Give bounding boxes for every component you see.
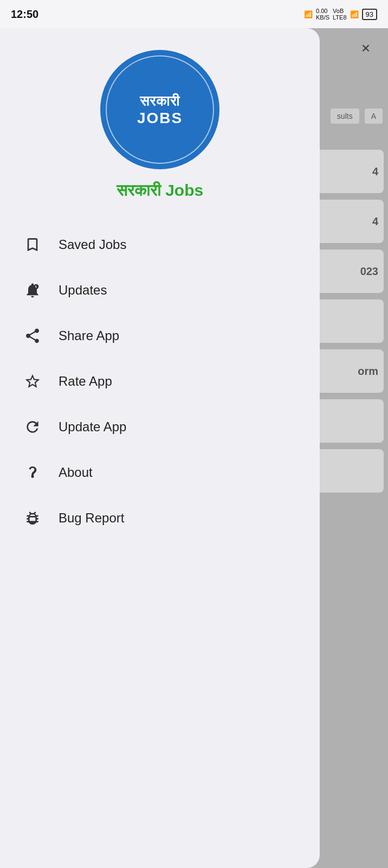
about-label: About	[59, 465, 93, 480]
app-title-hindi: सरकारी	[117, 181, 161, 199]
logo-text-hindi: सरकारी	[140, 93, 180, 110]
star-icon	[22, 371, 43, 392]
menu-item-bug-report[interactable]: Bug Report	[0, 495, 320, 541]
bg-card-4	[314, 299, 384, 343]
app-logo-circle: सरकारी JOBS	[100, 50, 219, 169]
question-icon	[22, 462, 43, 483]
bg-card-6	[314, 399, 384, 443]
bug-icon	[22, 507, 43, 529]
battery-icon: 93	[362, 9, 377, 20]
menu-item-saved-jobs[interactable]: Saved Jobs	[0, 222, 320, 267]
menu-item-updates[interactable]: Updates	[0, 267, 320, 313]
a-tab[interactable]: A	[365, 108, 383, 124]
bg-cards: 4 4 023 orm	[309, 141, 388, 503]
bg-card-3: 023	[314, 250, 384, 293]
close-button[interactable]: ×	[352, 35, 379, 62]
bell-icon	[22, 279, 43, 301]
bg-card-1: 4	[314, 150, 384, 193]
signal-strength: 📶	[350, 10, 359, 18]
logo-text-jobs: JOBS	[137, 110, 183, 127]
data-speed: 0.00KB/S	[316, 8, 329, 21]
updates-label: Updates	[59, 283, 107, 298]
rate-app-label: Rate App	[59, 374, 112, 389]
status-time: 12:50	[11, 8, 38, 21]
app-logo-inner: सरकारी JOBS	[106, 55, 214, 164]
results-tab[interactable]: sults	[331, 108, 359, 124]
menu-item-rate-app[interactable]: Rate App	[0, 359, 320, 404]
saved-jobs-label: Saved Jobs	[59, 237, 126, 252]
tab-row: sults A	[331, 108, 388, 124]
menu-item-share-app[interactable]: Share App	[0, 313, 320, 359]
menu-item-about[interactable]: About	[0, 450, 320, 495]
bg-card-5: orm	[314, 349, 384, 393]
app-logo-area: सरकारी JOBS सरकारी Jobs	[0, 44, 320, 216]
menu-item-update-app[interactable]: Update App	[0, 404, 320, 450]
bug-report-label: Bug Report	[59, 510, 124, 526]
refresh-icon	[22, 416, 43, 438]
status-bar: 12:50 📶 0.00KB/S VoBLTE8 📶 93	[0, 0, 388, 28]
app-title: सरकारी Jobs	[117, 181, 203, 200]
volte-icon: VoBLTE8	[333, 8, 346, 21]
close-icon: ×	[361, 40, 370, 57]
bluetooth-icon: 📶	[304, 10, 313, 18]
app-title-jobs: Jobs	[165, 181, 203, 199]
svg-point-0	[34, 284, 38, 289]
bg-card-2: 4	[314, 200, 384, 243]
share-app-label: Share App	[59, 328, 119, 343]
update-app-label: Update App	[59, 419, 126, 435]
share-icon	[22, 325, 43, 347]
bg-card-7	[314, 449, 384, 493]
bookmark-icon	[22, 234, 43, 256]
status-icons: 📶 0.00KB/S VoBLTE8 📶 93	[304, 8, 377, 21]
navigation-drawer: सरकारी JOBS सरकारी Jobs Saved Jobs	[0, 28, 320, 868]
menu-list: Saved Jobs Updates Share App	[0, 216, 320, 846]
